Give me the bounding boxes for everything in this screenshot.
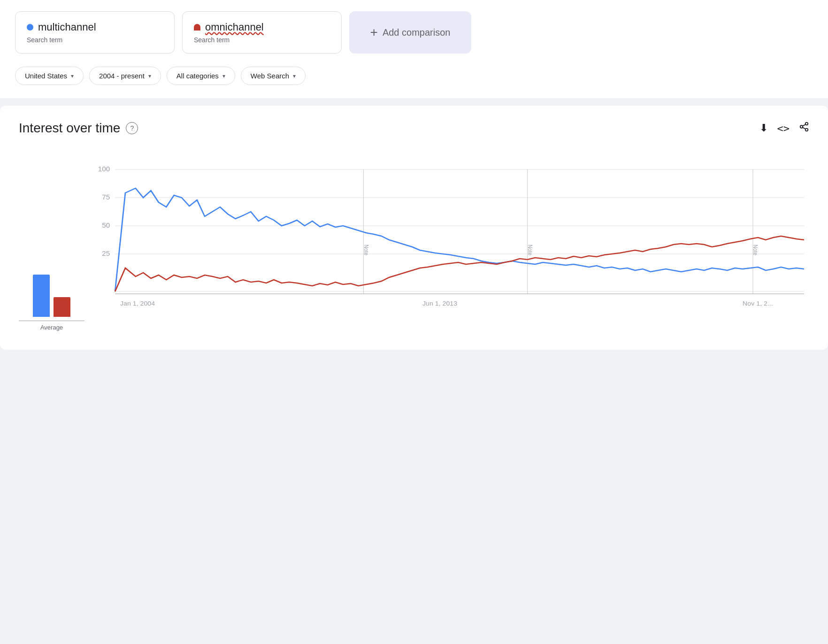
term2-card[interactable]: omnichannel Search term	[182, 11, 342, 54]
bar-chart-mini: Average	[19, 261, 84, 331]
term1-card[interactable]: multichannel Search term	[15, 11, 175, 54]
filters-row: United States ▾ 2004 - present ▾ All cat…	[15, 63, 813, 89]
search-type-filter[interactable]: Web Search ▾	[241, 67, 306, 85]
term1-label: Search term	[27, 36, 163, 44]
svg-text:Note: Note	[527, 245, 533, 255]
term2-name: omnichannel	[205, 21, 264, 33]
svg-text:100: 100	[98, 166, 110, 173]
svg-text:Note: Note	[363, 245, 369, 255]
category-filter-label: All categories	[176, 72, 219, 80]
download-icon[interactable]: ⬇	[759, 122, 768, 134]
svg-text:Nov 1, 2...: Nov 1, 2...	[743, 300, 773, 307]
term2-dot	[194, 24, 200, 31]
top-section: multichannel Search term omnichannel Sea…	[0, 0, 828, 98]
plus-icon: +	[370, 25, 378, 40]
average-label: Average	[40, 324, 63, 331]
location-filter-label: United States	[25, 72, 67, 80]
svg-line-3	[803, 127, 805, 129]
time-filter-label: 2004 - present	[99, 72, 145, 80]
help-symbol: ?	[130, 124, 134, 132]
term1-header: multichannel	[27, 21, 163, 33]
svg-text:Jun 1, 2013: Jun 1, 2013	[422, 300, 457, 307]
red-line	[115, 236, 804, 291]
chart-title: Interest over time	[19, 121, 120, 136]
time-chevron-icon: ▾	[148, 73, 151, 79]
add-comparison-card[interactable]: + Add comparison	[349, 11, 471, 54]
search-type-chevron-icon: ▾	[293, 73, 296, 79]
term2-header: omnichannel	[194, 21, 330, 33]
svg-text:75: 75	[102, 194, 110, 201]
location-chevron-icon: ▾	[71, 73, 74, 79]
category-filter[interactable]: All categories ▾	[167, 67, 235, 85]
share-icon[interactable]	[799, 122, 809, 135]
svg-text:Note: Note	[752, 245, 759, 255]
term1-name: multichannel	[38, 21, 96, 33]
svg-text:Jan 1, 2004: Jan 1, 2004	[120, 300, 155, 307]
chart-title-group: Interest over time ?	[19, 121, 138, 136]
search-terms-row: multichannel Search term omnichannel Sea…	[15, 11, 813, 54]
chart-section: Interest over time ? ⬇ <>	[0, 106, 828, 350]
add-comparison-label: Add comparison	[383, 27, 451, 38]
line-chart-container: 100 75 50 25 Note Note Note Jan 1, 200	[92, 151, 809, 331]
svg-text:25: 25	[102, 250, 110, 257]
search-type-filter-label: Web Search	[251, 72, 289, 80]
bar-red	[54, 297, 70, 317]
embed-icon[interactable]: <>	[777, 123, 790, 134]
chart-header: Interest over time ? ⬇ <>	[19, 121, 809, 136]
line-chart-svg: 100 75 50 25 Note Note Note Jan 1, 200	[92, 151, 809, 329]
time-filter[interactable]: 2004 - present ▾	[89, 67, 161, 85]
term2-label: Search term	[194, 36, 330, 44]
category-chevron-icon: ▾	[222, 73, 225, 79]
svg-line-4	[803, 124, 805, 126]
bar-chart-bars	[33, 261, 70, 317]
bar-blue	[33, 275, 50, 317]
blue-line	[115, 188, 804, 291]
help-icon[interactable]: ?	[126, 122, 138, 134]
chart-area: Average 100 75 50 25 Note Note	[19, 151, 809, 331]
svg-text:50: 50	[102, 222, 110, 229]
term1-dot	[27, 24, 33, 31]
location-filter[interactable]: United States ▾	[15, 67, 84, 85]
chart-actions: ⬇ <>	[759, 122, 810, 135]
